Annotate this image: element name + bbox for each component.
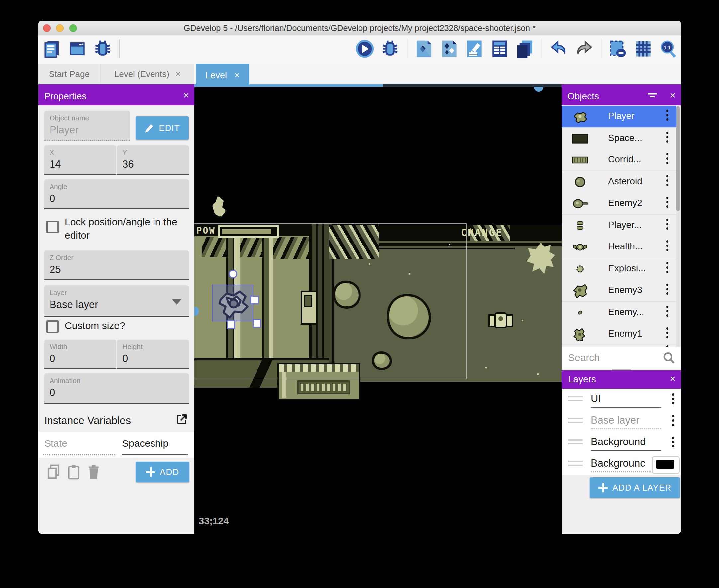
layers-editor-icon[interactable]	[515, 39, 535, 59]
y-position-field[interactable]: Y 36	[117, 145, 189, 175]
scene-properties-icon[interactable]	[465, 39, 484, 59]
add-variable-button[interactable]: ADD	[135, 462, 189, 482]
tab-level-events[interactable]: Level (Events) ×	[101, 64, 194, 84]
layer-menu-button[interactable]	[672, 393, 675, 404]
object-menu-button[interactable]	[666, 131, 669, 143]
object-list-item-player[interactable]: Player	[562, 106, 676, 128]
panel-resize-handle-top[interactable]	[534, 87, 543, 92]
drag-handle-icon[interactable]	[568, 439, 583, 444]
object-menu-button[interactable]	[666, 218, 669, 230]
objects-scrollbar-thumb[interactable]	[676, 106, 680, 211]
resize-handle-corner[interactable]	[253, 319, 261, 328]
redo-icon[interactable]	[574, 39, 594, 59]
search-input[interactable]	[568, 350, 658, 365]
drag-handle-icon[interactable]	[568, 418, 583, 423]
filter-icon[interactable]	[647, 92, 658, 101]
close-panel-icon[interactable]: ×	[670, 373, 676, 384]
variable-value[interactable]: Spaceship	[122, 438, 168, 449]
object-list-item-space[interactable]: Space...	[562, 128, 676, 149]
layer-row-background2[interactable]: Backgrounc	[562, 454, 681, 475]
tab-start-page[interactable]: Start Page	[38, 64, 101, 84]
copy-icon[interactable]	[46, 464, 61, 480]
layer-row-ui[interactable]: UI	[562, 389, 681, 410]
field-value: 0	[49, 193, 55, 205]
object-menu-button[interactable]	[666, 284, 669, 295]
animation-field[interactable]: Animation 0	[44, 373, 189, 404]
angle-field[interactable]: Angle 0	[44, 180, 189, 209]
play-preview-icon[interactable]	[355, 39, 375, 59]
tab-level[interactable]: Level ×	[196, 64, 249, 87]
project-manager-icon[interactable]	[42, 39, 62, 59]
add-button-label: ADD	[160, 467, 179, 477]
object-list-item-enemy-bullet[interactable]: Enemy...	[562, 302, 676, 323]
paste-icon[interactable]	[66, 464, 81, 480]
object-list-item-enemy3[interactable]: Enemy3	[562, 280, 676, 302]
object-list-item-player-bullet[interactable]: Player...	[562, 215, 676, 236]
window-mask-icon[interactable]	[608, 39, 628, 59]
layer-row-background[interactable]: Background	[562, 432, 681, 454]
custom-size-checkbox[interactable]	[46, 320, 59, 333]
object-name-field[interactable]: Object name Player	[44, 111, 130, 141]
field-value: Player	[49, 124, 79, 136]
field-label: Width	[49, 343, 67, 351]
undo-icon[interactable]	[549, 39, 569, 59]
x-position-field[interactable]: X 14	[44, 145, 116, 175]
rotate-handle[interactable]	[229, 270, 237, 278]
object-menu-button[interactable]	[666, 240, 669, 251]
debris-sprite[interactable]	[212, 195, 227, 217]
object-list-item-enemy1[interactable]: Enemy1	[562, 323, 676, 345]
object-menu-button[interactable]	[666, 175, 669, 186]
object-menu-button[interactable]	[666, 306, 669, 317]
object-groups-icon[interactable]	[439, 39, 459, 59]
layer-name[interactable]: UI	[591, 393, 601, 405]
drag-handle-icon[interactable]	[568, 396, 583, 401]
drag-handle-icon[interactable]	[568, 461, 583, 466]
resize-handle-right[interactable]	[250, 296, 259, 304]
grid-icon[interactable]	[633, 39, 653, 59]
layer-color-swatch[interactable]	[652, 456, 680, 474]
open-in-new-icon[interactable]	[175, 413, 188, 426]
object-list-item-enemy2[interactable]: Enemy2	[562, 193, 676, 215]
object-menu-button[interactable]	[666, 262, 669, 273]
object-menu-button[interactable]	[666, 153, 669, 164]
object-list-item-asteroid[interactable]: Asteroid	[562, 171, 676, 193]
close-tab-icon[interactable]: ×	[175, 69, 181, 79]
layer-menu-button[interactable]	[672, 415, 675, 426]
object-list-item-health[interactable]: Health...	[562, 236, 676, 258]
health-pickup-sprite[interactable]	[488, 312, 510, 330]
debug-preview-icon[interactable]	[380, 39, 400, 59]
instance-variable-row[interactable]: State Spaceship	[38, 432, 194, 458]
scene-canvas[interactable]: POW CHANGE	[194, 87, 562, 534]
layer-select[interactable]: Layer Base layer	[44, 285, 189, 317]
edit-object-button[interactable]: EDIT	[135, 116, 189, 140]
height-field[interactable]: Height 0	[117, 339, 189, 369]
objects-editor-icon[interactable]	[414, 39, 434, 59]
layer-name[interactable]: Base layer	[591, 414, 639, 426]
lock-position-checkbox[interactable]	[46, 220, 59, 233]
object-menu-button[interactable]	[666, 327, 669, 338]
debugger-icon[interactable]	[93, 39, 113, 59]
object-menu-button[interactable]	[666, 110, 669, 121]
layer-name[interactable]: Backgrounc	[591, 458, 645, 469]
resize-handle-bottom[interactable]	[227, 320, 235, 329]
selected-instance-player[interactable]	[212, 285, 253, 321]
plus-icon	[146, 467, 155, 477]
instances-list-icon[interactable]	[490, 39, 510, 59]
width-field[interactable]: Width 0	[44, 339, 116, 369]
delete-icon[interactable]	[86, 464, 101, 480]
z-order-field[interactable]: Z Order 25	[44, 251, 189, 280]
close-panel-icon[interactable]: ×	[670, 90, 676, 101]
object-menu-button[interactable]	[666, 197, 669, 208]
close-panel-icon[interactable]: ×	[183, 90, 189, 101]
object-list-item-corridor[interactable]: Corrid...	[562, 149, 676, 171]
close-tab-icon[interactable]: ×	[234, 70, 239, 81]
add-layer-button[interactable]: ADD A LAYER	[590, 477, 680, 498]
preview-window-icon[interactable]	[67, 39, 87, 59]
variable-name[interactable]: State	[44, 438, 67, 449]
object-label: Space...	[608, 132, 642, 143]
layer-row-base-layer[interactable]: Base layer	[562, 410, 681, 432]
object-list-item-explosion[interactable]: Explosi...	[562, 258, 676, 280]
zoom-1-1-icon[interactable]: 1:1	[658, 39, 678, 59]
layer-menu-button[interactable]	[672, 437, 675, 447]
layer-name[interactable]: Background	[591, 436, 646, 448]
